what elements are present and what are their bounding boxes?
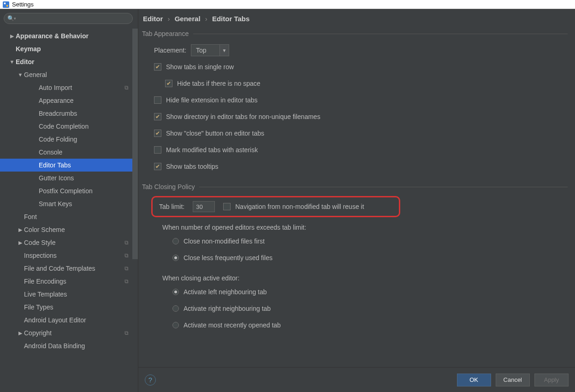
tree-item-label: Keymap <box>16 45 41 53</box>
tab-limit-highlight: Tab limit: Navigation from non-modified … <box>151 196 400 217</box>
settings-main: Editor › General › Editor Tabs Tab Appea… <box>138 9 575 392</box>
tree-item-file-types[interactable]: File Types <box>0 301 138 314</box>
checkbox[interactable] <box>154 146 161 154</box>
radio-label: Activate left neighbouring tab <box>184 288 267 296</box>
tree-item-console[interactable]: Console <box>0 146 138 159</box>
placement-label: Placement: <box>154 47 186 54</box>
apply-button[interactable]: Apply <box>534 374 569 386</box>
section-title-closing: Tab Closing Policy <box>141 181 568 192</box>
tree-item-code-style[interactable]: ▶Code Style⧉ <box>0 236 138 249</box>
tree-item-copyright[interactable]: ▶Copyright⧉ <box>0 327 138 339</box>
tree-item-inspections[interactable]: Inspections⧉ <box>0 249 138 262</box>
tree-item-file-encodings[interactable]: File Encodings⧉ <box>0 275 138 288</box>
tree-item-label: Auto Import <box>39 84 72 91</box>
tree-item-label: Color Scheme <box>24 226 65 233</box>
section-divider <box>193 34 568 34</box>
help-icon[interactable]: ? <box>145 374 156 386</box>
settings-tree[interactable]: ▶Appearance & BehaviorKeymap▼Editor▼Gene… <box>0 27 138 392</box>
tab-limit-input[interactable] <box>193 201 215 212</box>
tree-item-breadcrumbs[interactable]: Breadcrumbs <box>0 107 138 120</box>
checkbox-label: Show directory in editor tabs for non-un… <box>166 113 320 120</box>
breadcrumb-2[interactable]: General <box>175 15 201 23</box>
tree-item-font[interactable]: Font <box>0 210 138 223</box>
tree-item-label: Code Folding <box>39 136 77 143</box>
expand-icon[interactable]: ▶ <box>17 227 24 233</box>
tree-item-postfix-completion[interactable]: Postfix Completion <box>0 184 138 197</box>
checkbox[interactable] <box>154 130 161 137</box>
tree-item-label: Gutter Icons <box>39 174 74 182</box>
reuse-tab-checkbox[interactable] <box>223 203 231 210</box>
project-badge-icon: ⧉ <box>124 278 129 285</box>
tree-item-file-and-code-templates[interactable]: File and Code Templates⧉ <box>0 262 138 275</box>
project-badge-icon: ⧉ <box>124 84 129 91</box>
tree-item-live-templates[interactable]: Live Templates <box>0 288 138 301</box>
expand-icon[interactable]: ▶ <box>17 240 24 246</box>
radio[interactable] <box>172 305 179 312</box>
checkbox-label: Mark modified tabs with asterisk <box>166 146 258 154</box>
window-title: Settings <box>12 1 34 8</box>
radio-label: Activate right neighbouring tab <box>184 305 271 312</box>
tree-item-label: Code Style <box>24 239 55 246</box>
tree-item-keymap[interactable]: Keymap <box>0 42 138 55</box>
search-dropdown-icon[interactable]: ▾ <box>14 16 16 21</box>
titlebar: Settings <box>0 0 575 9</box>
checkbox[interactable] <box>154 163 161 170</box>
radio-label: Close non-modified files first <box>184 238 265 245</box>
tree-item-android-layout-editor[interactable]: Android Layout Editor <box>0 314 138 327</box>
breadcrumb-3: Editor Tabs <box>212 15 249 23</box>
radio[interactable] <box>172 238 179 244</box>
tree-item-general[interactable]: ▼General <box>0 68 138 81</box>
tree-item-label: Appearance <box>39 97 74 104</box>
radio[interactable] <box>172 289 179 295</box>
breadcrumb-1[interactable]: Editor <box>143 15 163 23</box>
tree-item-code-completion[interactable]: Code Completion <box>0 120 138 133</box>
radio[interactable] <box>172 322 179 328</box>
checkbox-label: Show "close" button on editor tabs <box>166 130 264 137</box>
tree-item-editor-tabs[interactable]: Editor Tabs <box>0 159 138 172</box>
checkbox-label: Hide file extension in editor tabs <box>166 96 257 104</box>
checkbox-label: Show tabs in single row <box>166 63 234 71</box>
tree-item-appearance[interactable]: Appearance <box>0 94 138 107</box>
project-badge-icon: ⧉ <box>124 252 129 259</box>
tree-item-color-scheme[interactable]: ▶Color Scheme <box>0 223 138 236</box>
radio[interactable] <box>172 255 179 261</box>
section-divider <box>199 187 568 187</box>
tree-item-editor[interactable]: ▼Editor <box>0 55 138 68</box>
expand-icon[interactable]: ▼ <box>17 72 24 77</box>
section-title-text: Tab Closing Policy <box>142 183 195 190</box>
project-badge-icon: ⧉ <box>124 265 129 272</box>
tree-item-smart-keys[interactable]: Smart Keys <box>0 197 138 210</box>
settings-search-input[interactable] <box>4 13 133 24</box>
tree-item-label: Editor Tabs <box>39 161 71 169</box>
section-title-appearance: Tab Appearance <box>141 28 568 39</box>
expand-icon[interactable]: ▶ <box>17 330 24 336</box>
tree-item-appearance-behavior[interactable]: ▶Appearance & Behavior <box>0 30 138 42</box>
ok-button[interactable]: OK <box>457 374 491 386</box>
placement-select[interactable]: Top ▼ <box>191 44 229 56</box>
checkbox[interactable] <box>165 80 172 87</box>
chevron-down-icon[interactable]: ▼ <box>220 44 229 56</box>
checkbox[interactable] <box>154 96 161 104</box>
tree-item-gutter-icons[interactable]: Gutter Icons <box>0 172 138 184</box>
cancel-button[interactable]: Cancel <box>496 374 530 386</box>
tree-item-android-data-binding[interactable]: Android Data Binding <box>0 339 138 352</box>
breadcrumb: Editor › General › Editor Tabs <box>138 9 575 28</box>
breadcrumb-sep: › <box>205 15 207 23</box>
tree-item-auto-import[interactable]: Auto Import⧉ <box>0 81 138 94</box>
tree-item-label: Copyright <box>24 329 52 337</box>
expand-icon[interactable]: ▼ <box>8 59 16 65</box>
checkbox[interactable] <box>154 113 161 120</box>
sidebar-scrollbar[interactable] <box>132 29 138 259</box>
tree-item-label: Editor <box>16 58 34 65</box>
svg-rect-0 <box>3 1 9 8</box>
svg-rect-1 <box>4 2 6 4</box>
tab-limit-label: Tab limit: <box>159 203 184 210</box>
expand-icon[interactable]: ▶ <box>8 33 16 39</box>
breadcrumb-sep: › <box>168 15 170 23</box>
tree-item-code-folding[interactable]: Code Folding <box>0 133 138 146</box>
project-badge-icon: ⧉ <box>124 239 129 246</box>
checkbox[interactable] <box>154 63 161 71</box>
tree-item-label: Android Layout Editor <box>24 316 86 324</box>
project-badge-icon: ⧉ <box>124 330 129 336</box>
tree-item-label: General <box>24 71 47 78</box>
